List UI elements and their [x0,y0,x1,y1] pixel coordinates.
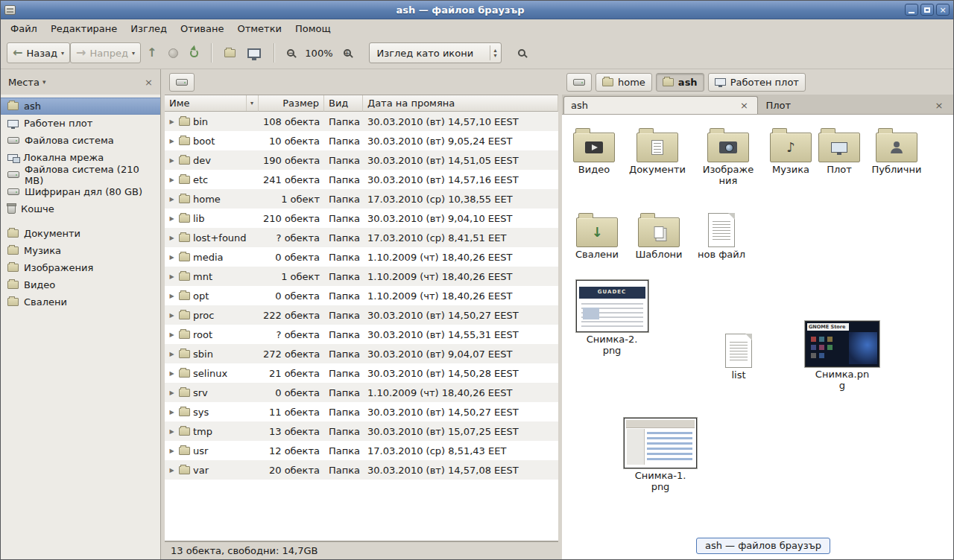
sidebar-item-ash[interactable]: ash [1,98,160,115]
zoom-in-button[interactable]: + [338,45,357,61]
file-row-srv[interactable]: ▶ srv 0 обекта Папка 1.10.2009 (чт) 18,4… [165,383,558,402]
column-header-name[interactable]: Име ▾ [165,95,259,112]
stop-button[interactable] [162,44,184,63]
expander-icon[interactable]: ▶ [168,448,176,454]
sidebar-item-файлова-система[interactable]: Файлова система [1,132,160,149]
file-row-etc[interactable]: ▶ etc 241 обекта Папка 30.03.2010 (вт) 1… [165,170,558,189]
menu-item-отметки[interactable]: Отметки [230,22,288,36]
icon-item-свалени[interactable]: ↓ Свалени [566,211,628,261]
sidebar-item-шифриран-дял-(80-gb)[interactable]: Шифриран дял (80 GB) [1,183,160,200]
expander-icon[interactable]: ▶ [168,467,176,474]
expander-icon[interactable]: ▶ [168,176,176,183]
icon-item-снимка.png[interactable]: GNOME Store Снимка.png [802,321,882,392]
back-button[interactable]: ← Назад ▾ [7,42,70,63]
tab-плот[interactable]: Плот × [759,96,953,114]
search-button[interactable] [512,45,531,61]
sidebar-item-работен-плот[interactable]: Работен плот [1,115,160,132]
maximize-button[interactable] [920,4,934,16]
forward-button[interactable]: → Напред ▾ [70,42,141,63]
places-close-button[interactable]: × [142,77,156,88]
expander-icon[interactable]: ▶ [168,351,176,357]
sidebar-item-изображения[interactable]: Изображения [1,259,160,276]
icon-item-list[interactable]: list [708,332,769,381]
file-row-sbin[interactable]: ▶ sbin 272 обекта Папка 30.03.2010 (вт) … [165,344,558,363]
expander-icon[interactable]: ▶ [168,428,176,435]
sidebar-item-свалени[interactable]: Свалени [1,293,160,311]
tab-close-button[interactable]: × [739,100,751,111]
icon-item-снимка-1.png[interactable]: Снимка-1.png [620,418,701,493]
reload-button[interactable] [184,45,204,62]
sidebar-item-видео[interactable]: Видео [1,276,160,293]
pathbar-button-работен-плот[interactable]: Работен плот [708,73,806,92]
minimize-button[interactable] [905,4,918,16]
file-row-mnt[interactable]: ▶ mnt 1 обект Папка 1.10.2009 (чт) 18,40… [165,267,558,286]
expander-icon[interactable]: ▶ [168,235,176,241]
column-header-size[interactable]: Размер [259,95,324,112]
sidebar-item-кошче[interactable]: Кошче [1,200,160,217]
icon-item-снимка-2.png[interactable]: GUADEC Снимка-2.png [572,280,651,357]
file-row-selinux[interactable]: ▶ selinux 21 обекта Папка 30.03.2010 (вт… [165,363,558,383]
expander-icon[interactable]: ▶ [168,215,176,222]
file-row-tmp[interactable]: ▶ tmp 13 обекта Папка 30.03.2010 (вт) 15… [165,421,558,441]
expander-icon[interactable]: ▶ [168,409,176,416]
icon-item-публични[interactable]: Публични [865,127,929,176]
sidebar-item-документи[interactable]: Документи [1,225,160,242]
expander-icon[interactable]: ▶ [168,331,176,338]
icon-item-документи[interactable]: Документи [625,127,690,176]
pathbar-button-ash[interactable]: ash [656,73,704,92]
file-row-media[interactable]: ▶ media 0 обекта Папка 1.10.2009 (чт) 18… [165,247,558,267]
pathbar-button-home[interactable]: home [596,73,652,92]
expander-icon[interactable]: ▶ [168,254,176,261]
computer-button[interactable] [241,44,267,63]
tab-ash[interactable]: ash × [563,96,758,114]
sidebar-item-музика[interactable]: Музика [1,242,160,259]
file-row-bin[interactable]: ▶ bin 108 обекта Папка 30.03.2010 (вт) 1… [165,112,558,131]
view-mode-select[interactable]: Изглед като икони ▴ ▾ [369,42,502,63]
home-button[interactable] [218,45,241,62]
file-row-boot[interactable]: ▶ boot 10 обекта Папка 30.03.2010 (вт) 9… [165,131,558,150]
file-row-dev[interactable]: ▶ dev 190 обекта Папка 30.03.2010 (вт) 1… [165,150,558,170]
expander-icon[interactable]: ▶ [168,196,176,203]
places-title[interactable]: Места [8,77,40,88]
menu-item-отиване[interactable]: Отиване [174,22,230,36]
titlebar[interactable]: ash — файлов браузър × [1,1,953,19]
file-row-home[interactable]: ▶ home 1 обект Папка 17.03.2010 (ср) 10,… [165,189,558,209]
expander-icon[interactable]: ▶ [168,293,176,299]
column-header-type[interactable]: Вид [324,95,363,112]
icon-item-изображения[interactable]: Изображения [696,127,760,187]
file-row-sys[interactable]: ▶ sys 11 обекта Папка 30.03.2010 (вт) 14… [165,402,558,421]
expander-icon[interactable]: ▶ [168,389,176,396]
close-button[interactable]: × [936,4,950,16]
up-button[interactable]: ↑ [141,42,162,63]
icon-item-плот[interactable]: Плот [812,127,866,176]
icon-item-видео[interactable]: Видео [563,127,625,176]
icon-item-нов-файл[interactable]: нов файл [690,211,753,261]
sidebar-item-файлова-система-(210-mb)[interactable]: Файлова система (210 MB) [1,166,160,183]
file-row-lib[interactable]: ▶ lib 210 обекта Папка 30.03.2010 (вт) 9… [165,209,558,228]
menu-item-изглед[interactable]: Изглед [124,22,174,36]
zoom-out-button[interactable]: − [281,45,300,61]
icon-item-шаблони[interactable]: Шаблони [628,211,690,261]
file-row-proc[interactable]: ▶ proc 222 обекта Папка 30.03.2010 (вт) … [165,305,558,325]
column-dropdown-icon[interactable]: ▾ [246,95,253,111]
file-row-lost+found[interactable]: ▶ lost+found ? обекта Папка 17.03.2010 (… [165,228,558,247]
expander-icon[interactable]: ▶ [168,370,176,377]
expander-icon[interactable]: ▶ [168,118,176,125]
expander-icon[interactable]: ▶ [168,273,176,280]
places-caret-icon[interactable]: ▾ [42,78,142,86]
expander-icon[interactable]: ▶ [168,312,176,319]
expander-icon[interactable]: ▶ [168,138,176,144]
file-row-opt[interactable]: ▶ opt 0 обекта Папка 1.10.2009 (чт) 18,4… [165,286,558,305]
pathbar-root-button[interactable] [566,73,592,92]
icon-item-музика[interactable]: ♪ Музика [761,127,821,176]
file-row-root[interactable]: ▶ root ? обекта Папка 30.03.2010 (вт) 14… [165,325,558,344]
file-row-var[interactable]: ▶ var 20 обекта Папка 30.03.2010 (вт) 14… [165,460,558,480]
file-row-usr[interactable]: ▶ usr 12 обекта Папка 17.03.2010 (ср) 8,… [165,441,558,460]
menu-item-файл[interactable]: Файл [4,22,44,36]
menu-item-помощ[interactable]: Помощ [288,22,338,36]
expander-icon[interactable]: ▶ [168,157,176,164]
tab-close-button[interactable]: × [933,100,945,111]
left-pathbar-root-button[interactable] [169,73,195,92]
column-header-modified[interactable]: Дата на промяна [363,95,558,112]
menu-item-редактиране[interactable]: Редактиране [44,22,124,36]
